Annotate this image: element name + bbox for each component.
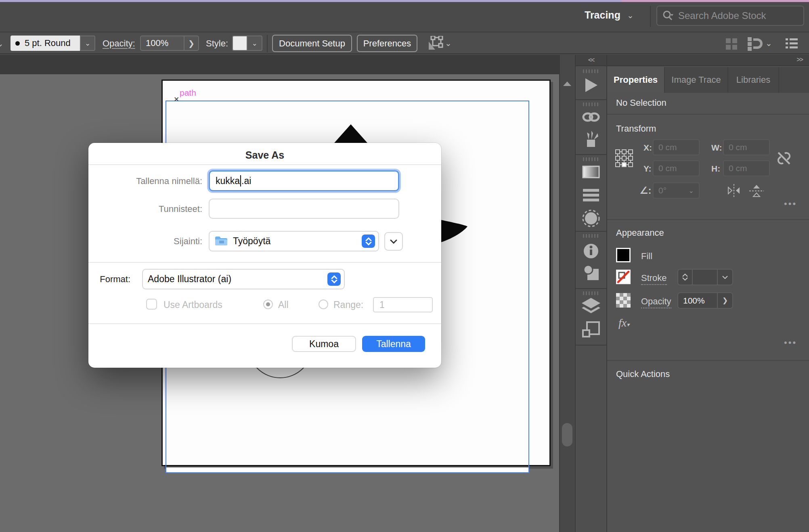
filename-value: kukka <box>216 176 240 186</box>
actions-panel-icon[interactable] <box>584 77 598 93</box>
layers-panel-icon[interactable] <box>582 298 600 315</box>
workspace-switcher[interactable]: Tracing ⌄ <box>585 9 634 21</box>
gradient-panel-icon[interactable] <box>582 165 600 178</box>
stroke-swatch-none[interactable] <box>616 270 631 284</box>
scroll-up-icon[interactable] <box>563 82 571 86</box>
y-field[interactable]: 0 cm <box>653 160 700 176</box>
brush-preset-box[interactable]: 5 pt. Round <box>10 36 80 51</box>
flip-horizontal-icon[interactable] <box>727 184 741 197</box>
save-button[interactable]: Tallenna <box>362 336 425 352</box>
w-label: W: <box>711 143 722 153</box>
search-adobe-stock-input[interactable]: Search Adobe Stock <box>656 6 804 26</box>
panel-drag-handle[interactable] <box>583 157 599 161</box>
chevron-down-icon[interactable]: ⌄ <box>765 38 772 48</box>
menu-list-icon[interactable] <box>786 38 798 49</box>
properties-panel: >> Properties Image Trace Libraries No S… <box>606 55 809 532</box>
chevron-right-icon[interactable]: ❯ <box>184 39 198 48</box>
topbar-divider <box>650 6 651 27</box>
unlink-dimensions-icon[interactable] <box>776 150 792 166</box>
appearance-section-title: Appearance <box>616 228 664 238</box>
opacity-value: 100% <box>141 38 168 48</box>
tab-libraries[interactable]: Libraries <box>728 67 779 93</box>
fill-swatch[interactable] <box>616 248 631 262</box>
info-panel-icon[interactable] <box>583 243 599 259</box>
opacity-link[interactable]: Opacity <box>641 296 671 308</box>
strip-divider <box>576 231 606 232</box>
stroke-weight-value[interactable] <box>693 270 717 285</box>
chevron-edge-icon[interactable]: ⌄ <box>0 39 4 48</box>
preferences-button[interactable]: Preferences <box>357 35 417 52</box>
x-field[interactable]: 0 cm <box>653 139 700 155</box>
strip-divider <box>576 99 606 100</box>
stroke-link[interactable]: Stroke <box>641 273 667 285</box>
save-as-dialog: Save As Tallenna nimellä: kukka.ai Tunni… <box>88 143 441 368</box>
transparency-panel-icon[interactable] <box>582 209 600 228</box>
traced-triangle-shape[interactable] <box>334 124 367 143</box>
reference-point-grid-icon[interactable] <box>615 149 633 167</box>
expand-panels-button[interactable]: >> <box>796 56 803 63</box>
illustrator-window: Tracing ⌄ Search Adobe Stock ⌄ 5 pt. Rou… <box>0 0 809 532</box>
links-panel-icon[interactable] <box>582 111 600 124</box>
stroke-weight-control[interactable] <box>677 269 733 285</box>
panel-drag-handle[interactable] <box>583 234 599 238</box>
opacity-expand-button[interactable]: ❯ <box>718 293 732 308</box>
panel-drag-handle[interactable] <box>583 103 599 106</box>
style-dropdown-button[interactable]: ⌄ <box>247 36 262 51</box>
all-radio[interactable] <box>263 300 273 309</box>
constrain-proportions-icon[interactable] <box>426 36 444 51</box>
search-icon <box>662 10 674 21</box>
opacity-field[interactable]: 100% ❯ <box>140 36 199 51</box>
panel-drag-handle[interactable] <box>583 291 599 295</box>
canvas-scrollbar[interactable] <box>559 55 574 532</box>
cancel-button[interactable]: Kumoa <box>292 336 356 352</box>
align-options-icon[interactable] <box>747 36 763 52</box>
tab-properties[interactable]: Properties <box>607 67 665 93</box>
opacity-control[interactable]: 100% ❯ <box>677 292 733 309</box>
strip-divider <box>576 288 606 289</box>
tab-image-trace[interactable]: Image Trace <box>665 67 728 93</box>
chevron-down-icon[interactable]: ⌄ <box>689 187 694 195</box>
transform-more-options[interactable]: ••• <box>784 199 797 209</box>
opacity-link[interactable]: Opacity: <box>103 38 135 49</box>
h-field[interactable]: 0 cm <box>723 160 770 176</box>
chevron-down-icon[interactable]: ⌄ <box>445 38 452 48</box>
none-diagonal-icon <box>617 271 629 283</box>
range-radio[interactable] <box>319 300 328 309</box>
collapse-panels-button[interactable]: << <box>576 55 606 66</box>
artboards-panel-icon[interactable] <box>582 321 600 338</box>
flip-vertical-icon[interactable] <box>749 184 764 198</box>
chevron-up-icon <box>331 275 337 279</box>
opacity-value[interactable]: 100% <box>678 293 717 308</box>
h-label: H: <box>711 164 720 174</box>
fx-effects-button[interactable]: fx▾ <box>618 316 629 329</box>
chevron-down-icon <box>682 277 688 281</box>
location-select[interactable]: Työpöytä <box>209 231 379 251</box>
opacity-swatch[interactable] <box>616 293 631 308</box>
range-input[interactable]: 1 <box>373 297 433 312</box>
appearance-more-options[interactable]: ••• <box>784 337 797 348</box>
stroke-panel-icon[interactable] <box>582 188 600 202</box>
style-swatch[interactable] <box>232 36 247 51</box>
expand-dialog-button[interactable] <box>384 232 403 251</box>
brush-dropdown-button[interactable]: ⌄ <box>80 36 95 51</box>
chevron-up-icon <box>682 274 688 277</box>
format-select[interactable]: Adobe Illustrator (ai) <box>142 269 345 289</box>
format-stepper-icon <box>327 272 341 286</box>
filename-input[interactable]: kukka.ai <box>209 170 399 191</box>
rotate-field[interactable]: 0° ⌄ <box>653 182 700 199</box>
stroke-stepper[interactable] <box>678 270 692 285</box>
brushes-panel-icon[interactable] <box>583 129 599 148</box>
use-artboards-checkbox[interactable] <box>146 299 157 310</box>
w-field[interactable]: 0 cm <box>723 139 770 155</box>
chevron-down-icon <box>390 239 397 244</box>
tags-input[interactable] <box>209 199 399 219</box>
chevron-down-icon <box>365 242 372 245</box>
scrollbar-thumb[interactable] <box>562 423 572 446</box>
grid-view-icon[interactable] <box>725 38 738 50</box>
traced-petal-shape[interactable] <box>441 218 468 243</box>
document-setup-button[interactable]: Document Setup <box>272 35 352 52</box>
stroke-weight-dropdown[interactable] <box>718 270 732 285</box>
anchor-x-marker: ✕ <box>174 95 179 104</box>
panel-drag-handle[interactable] <box>583 69 599 73</box>
pathfinder-panel-icon[interactable] <box>583 264 599 281</box>
